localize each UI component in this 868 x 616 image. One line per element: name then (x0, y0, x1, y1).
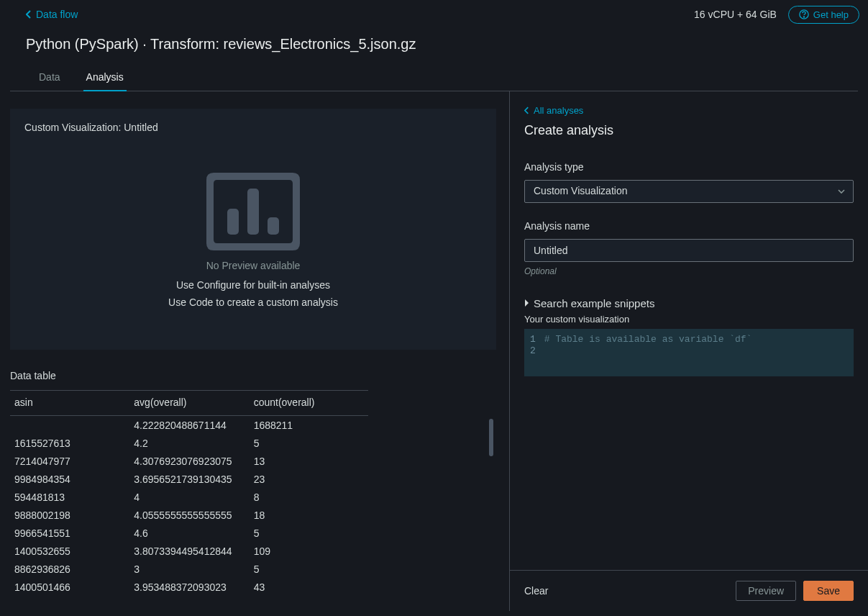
chevron-left-icon (26, 10, 32, 19)
all-analyses-label: All analyses (534, 105, 583, 116)
table-cell: 5 (250, 524, 368, 542)
analysis-name-input[interactable] (524, 239, 854, 262)
chevron-left-icon (524, 107, 529, 114)
table-cell: 1688211 (250, 416, 368, 435)
footer-right: Preview Save (736, 581, 854, 601)
page-title: Python (PySpark) · Transform: reviews_El… (0, 29, 868, 65)
table-cell: 18 (250, 506, 368, 524)
table-cell: 4.6 (129, 524, 249, 542)
all-analyses-link[interactable]: All analyses (524, 105, 583, 116)
svg-rect-4 (268, 217, 279, 235)
table-cell: 23 (250, 470, 368, 488)
col-count: count(overall) (250, 391, 368, 416)
table-cell: 43 (250, 578, 368, 596)
table-row: 59448181348 (10, 488, 368, 506)
col-asin: asin (10, 391, 129, 416)
tabs: Data Analysis (10, 65, 858, 91)
right-column: All analyses Create analysis Analysis ty… (509, 91, 868, 611)
top-bar: Data flow 16 vCPU + 64 GiB Get help (0, 0, 868, 29)
table-cell: 4 (129, 488, 249, 506)
table-cell: 13 (250, 452, 368, 470)
analysis-name-label: Analysis name (524, 220, 854, 232)
table-cell: 1615527613 (10, 434, 129, 452)
table-cell: 5 (250, 434, 368, 452)
table-cell: 4.0555555555555555 (129, 506, 249, 524)
table-cell: 1400501466 (10, 578, 129, 596)
table-cell: 3.953488372093023 (129, 578, 249, 596)
table-cell: 3.8073394495412844 (129, 542, 249, 560)
preview-button[interactable]: Preview (736, 581, 796, 601)
snippets-label: Search example snippets (534, 297, 654, 309)
analysis-type-select-wrap: Custom Visualization (524, 180, 854, 203)
svg-rect-2 (227, 209, 239, 235)
right-panel-top: All analyses Create analysis Analysis ty… (510, 91, 868, 570)
table-cell: 7214047977 (10, 452, 129, 470)
clear-button[interactable]: Clear (524, 585, 548, 597)
code-editor[interactable]: 12 # Table is available as variable `df` (524, 329, 854, 376)
table-cell: 4.222820488671144 (129, 416, 249, 435)
table-cell: 4.3076923076923075 (129, 452, 249, 470)
col-avg: avg(overall) (129, 391, 249, 416)
analysis-type-label: Analysis type (524, 161, 854, 173)
snippets-toggle[interactable]: Search example snippets (524, 297, 654, 309)
code-content: # Table is available as variable `df` (542, 329, 854, 376)
top-right: 16 vCPU + 64 GiB Get help (694, 6, 859, 24)
data-table-wrap: asin avg(overall) count(overall) 4.22282… (10, 390, 496, 596)
data-table-label: Data table (10, 370, 496, 381)
create-analysis-title: Create analysis (524, 123, 854, 138)
table-row: 98880021984.055555555555555518 (10, 506, 368, 524)
table-cell: 1400532655 (10, 542, 129, 560)
table-cell: 9984984354 (10, 470, 129, 488)
preview-panel: Custom Visualization: Untitled No Previe… (10, 109, 496, 350)
help-icon (799, 9, 809, 19)
table-cell: 109 (250, 542, 368, 560)
table-cell: 594481813 (10, 488, 129, 506)
table-row: 886293682635 (10, 560, 368, 578)
preview-panel-title: Custom Visualization: Untitled (24, 122, 482, 133)
table-cell: 8862936826 (10, 560, 129, 578)
table-cell: 3 (129, 560, 249, 578)
svg-point-1 (803, 17, 804, 17)
scrollbar-thumb[interactable] (489, 419, 493, 456)
table-cell: 4.2 (129, 434, 249, 452)
caret-right-icon (524, 299, 529, 307)
preview-hint-2: Use Code to create a custom analysis (168, 294, 338, 312)
save-button[interactable]: Save (803, 581, 854, 601)
table-row: 72140479774.307692307692307513 (10, 452, 368, 470)
back-data-flow-link[interactable]: Data flow (26, 9, 78, 20)
table-row: 99665415514.65 (10, 524, 368, 542)
table-cell: 9966541551 (10, 524, 129, 542)
back-label: Data flow (36, 9, 78, 20)
line-numbers: 12 (524, 329, 542, 376)
no-preview-text: No Preview available (206, 260, 301, 271)
optional-hint: Optional (524, 266, 854, 276)
table-row: 14005014663.95348837209302343 (10, 578, 368, 596)
bar-chart-icon (206, 169, 300, 254)
left-column: Custom Visualization: Untitled No Previe… (0, 91, 509, 611)
tab-analysis[interactable]: Analysis (83, 65, 127, 91)
table-cell: 9888002198 (10, 506, 129, 524)
table-cell: 3.6956521739130435 (129, 470, 249, 488)
table-header-row: asin avg(overall) count(overall) (10, 391, 368, 416)
svg-rect-3 (247, 189, 259, 235)
table-cell: 8 (250, 488, 368, 506)
get-help-button[interactable]: Get help (788, 6, 859, 24)
table-row: 4.2228204886711441688211 (10, 416, 368, 435)
table-row: 14005326553.8073394495412844109 (10, 542, 368, 560)
preview-body: No Preview available Use Configure for b… (24, 140, 482, 340)
analysis-type-select[interactable]: Custom Visualization (524, 180, 854, 203)
data-table: asin avg(overall) count(overall) 4.22282… (10, 390, 368, 596)
compute-label: 16 vCPU + 64 GiB (694, 9, 777, 20)
table-cell (10, 416, 129, 435)
right-footer: Clear Preview Save (510, 570, 868, 611)
table-row: 16155276134.25 (10, 434, 368, 452)
table-cell: 5 (250, 560, 368, 578)
content: Custom Visualization: Untitled No Previe… (0, 91, 868, 611)
tab-data[interactable]: Data (36, 65, 63, 91)
custom-viz-label: Your custom visualization (524, 314, 854, 325)
help-label: Get help (813, 9, 849, 20)
table-row: 99849843543.695652173913043523 (10, 470, 368, 488)
preview-hint-1: Use Configure for built-in analyses (176, 277, 330, 294)
